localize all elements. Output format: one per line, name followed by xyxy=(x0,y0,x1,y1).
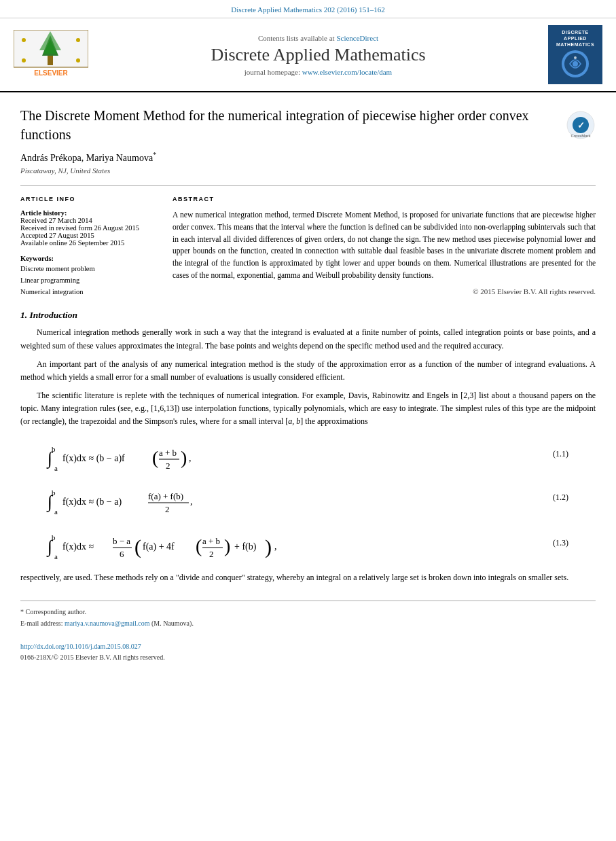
top-bar: Discrete Applied Mathematics 202 (2016) … xyxy=(0,0,616,18)
svg-text:): ) xyxy=(265,535,272,558)
svg-text:(: ( xyxy=(152,447,158,468)
svg-point-9 xyxy=(76,58,80,62)
svg-text:b: b xyxy=(52,445,56,453)
received2: Received in revised form 26 August 2015 xyxy=(20,224,156,232)
intro-para3: The scientific literature is replete wit… xyxy=(20,389,596,429)
keyword-1: Discrete moment problem xyxy=(20,264,156,275)
keyword-3: Numerical integration xyxy=(20,287,156,298)
article-history: Article history: Received 27 March 2014 … xyxy=(20,209,156,247)
svg-rect-1 xyxy=(48,56,53,65)
contents-line: Contents lists available at ScienceDirec… xyxy=(99,34,537,42)
svg-text:a + b: a + b xyxy=(202,536,220,546)
journal-title: Discrete Applied Mathematics xyxy=(99,45,537,65)
corresponding-author-note: * Corresponding author. xyxy=(20,607,596,617)
journal-header: ELSEVIER Contents lists available at Sci… xyxy=(0,18,616,92)
svg-text:2: 2 xyxy=(166,461,170,471)
affiliation: Piscataway, NJ, United States xyxy=(20,166,596,175)
formula-1-2-content: ∫ a b f(x)dx ≈ (b − a) f(a) + f(b) 2 , xyxy=(48,480,265,516)
abstract-col: ABSTRACT A new numerical integration met… xyxy=(173,196,596,298)
formula-1-1-number: (1.1) xyxy=(553,449,568,459)
abstract-text: A new numerical integration method, term… xyxy=(173,209,596,282)
homepage-line: journal homepage: www.elsevier.com/locat… xyxy=(99,68,537,76)
copyright: © 2015 Elsevier B.V. All rights reserved… xyxy=(173,287,596,296)
email-note: E-mail address: mariya.v.naumova@gmail.c… xyxy=(20,618,596,628)
svg-point-7 xyxy=(76,38,80,42)
svg-text:(: ( xyxy=(134,535,141,558)
journal-center: Contents lists available at ScienceDirec… xyxy=(99,34,537,76)
formula-1-1-content: ∫ a b f(x)dx ≈ (b − a)f ( a + b 2 ) , xyxy=(48,437,265,472)
svg-text:f(x)dx ≈ (b − a): f(x)dx ≈ (b − a) xyxy=(62,497,122,507)
journal-badge: DISCRETEAPPLIEDMATHEMATICS xyxy=(548,25,602,84)
issn-text: 0166-218X/© 2015 Elsevier B.V. All right… xyxy=(20,654,165,661)
svg-text:✓: ✓ xyxy=(577,120,585,130)
svg-text:2: 2 xyxy=(165,504,170,514)
article-info-col: ARTICLE INFO Article history: Received 2… xyxy=(20,196,156,298)
footer-section: * Corresponding author. E-mail address: … xyxy=(20,601,596,662)
crossmark: ✓ CrossMark xyxy=(566,110,596,143)
journal-ref-link[interactable]: Discrete Applied Mathematics 202 (2016) … xyxy=(231,5,384,14)
svg-text:f(a) + f(b): f(a) + f(b) xyxy=(148,491,183,501)
main-content: The Discrete Moment Method for the numer… xyxy=(0,92,616,676)
article-title: The Discrete Moment Method for the numer… xyxy=(20,106,555,144)
svg-text:b − a: b − a xyxy=(113,536,130,546)
svg-point-12 xyxy=(573,61,578,67)
svg-text:a: a xyxy=(54,464,58,472)
svg-point-13 xyxy=(574,56,577,59)
svg-text:): ) xyxy=(181,447,187,468)
two-col-section: ARTICLE INFO Article history: Received 2… xyxy=(20,185,596,298)
intro-para2: An important part of the analysis of any… xyxy=(20,358,596,384)
sciencedirect-link[interactable]: ScienceDirect xyxy=(336,34,378,42)
svg-text:b: b xyxy=(52,488,56,497)
history-label: Article history: xyxy=(20,209,156,217)
formula-1-1: ∫ a b f(x)dx ≈ (b − a)f ( a + b 2 ) , (1… xyxy=(48,437,568,472)
svg-point-6 xyxy=(22,38,26,42)
intro-section-title: 1. Introduction xyxy=(20,310,596,321)
svg-text:(: ( xyxy=(196,535,202,556)
available-online: Available online 26 September 2015 xyxy=(20,239,156,247)
article-title-section: The Discrete Moment Method for the numer… xyxy=(20,106,596,144)
svg-text:a: a xyxy=(54,552,58,560)
accepted: Accepted 27 August 2015 xyxy=(20,232,156,239)
abstract-label: ABSTRACT xyxy=(173,196,596,202)
keyword-2: Linear programming xyxy=(20,275,156,287)
svg-text:,: , xyxy=(190,497,193,507)
doi-link[interactable]: http://dx.doi.org/10.1016/j.dam.2015.08.… xyxy=(20,643,141,650)
svg-text:+ f(b): + f(b) xyxy=(234,541,257,552)
svg-text:ELSEVIER: ELSEVIER xyxy=(34,69,68,77)
formula-1-3-number: (1.3) xyxy=(553,538,568,548)
svg-text:a: a xyxy=(54,507,58,516)
keywords-label: Keywords: xyxy=(20,255,156,262)
svg-text:b: b xyxy=(52,533,56,541)
formula-outro: respectively, are used. These methods re… xyxy=(20,571,596,584)
email-link[interactable]: mariya.v.naumova@gmail.com xyxy=(65,620,149,627)
journal-homepage-link[interactable]: www.elsevier.com/locate/dam xyxy=(302,68,392,76)
svg-text:f(a) + 4f: f(a) + 4f xyxy=(143,541,175,552)
formula-1-3: ∫ a b f(x)dx ≈ b − a 6 ( f(a) + 4f ( a +… xyxy=(48,524,568,563)
svg-text:f(x)dx ≈ (b − a)f: f(x)dx ≈ (b − a)f xyxy=(62,453,125,464)
svg-text:2: 2 xyxy=(209,549,214,559)
svg-text:,: , xyxy=(274,541,277,552)
formula-1-3-content: ∫ a b f(x)dx ≈ b − a 6 ( f(a) + 4f ( a +… xyxy=(48,524,333,563)
elsevier-logo: ELSEVIER xyxy=(14,30,88,80)
svg-text:CrossMark: CrossMark xyxy=(570,134,591,138)
svg-text:): ) xyxy=(224,535,230,556)
authors: András Prékopa, Mariya Naumova* xyxy=(20,151,596,164)
formula-1-2: ∫ a b f(x)dx ≈ (b − a) f(a) + f(b) 2 , (… xyxy=(48,480,568,516)
svg-text:a + b: a + b xyxy=(159,448,177,458)
svg-text:,: , xyxy=(189,453,192,463)
formula-1-2-number: (1.2) xyxy=(553,493,568,503)
svg-text:f(x)dx ≈: f(x)dx ≈ xyxy=(62,541,94,552)
article-info-label: ARTICLE INFO xyxy=(20,196,156,202)
received1: Received 27 March 2014 xyxy=(20,217,156,224)
intro-para1: Numerical integration methods generally … xyxy=(20,326,596,352)
svg-text:6: 6 xyxy=(120,549,124,559)
svg-point-8 xyxy=(22,58,26,62)
